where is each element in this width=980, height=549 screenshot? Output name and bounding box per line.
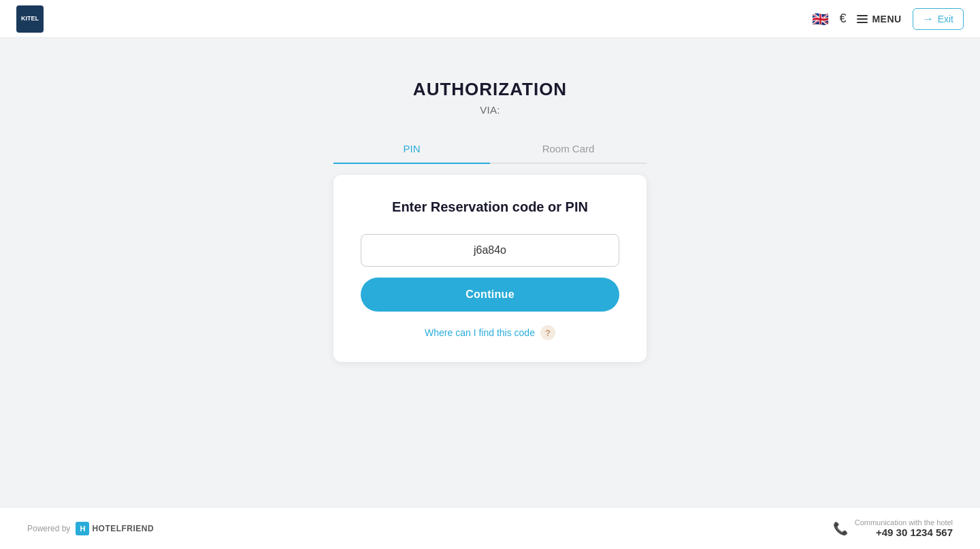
- auth-card: Enter Reservation code or PIN Continue W…: [333, 175, 647, 362]
- menu-icon: [857, 15, 868, 23]
- powered-by: Powered by H HOTELFRIEND: [27, 522, 154, 535]
- contact-label: Communication with the hotel: [855, 518, 953, 527]
- menu-button[interactable]: MENU: [857, 14, 901, 24]
- logo[interactable]: KITEL: [16, 5, 44, 33]
- card-heading: Enter Reservation code or PIN: [361, 199, 619, 215]
- footer-contact: 📞 Communication with the hotel +49 30 12…: [833, 518, 953, 538]
- contact-phone: +49 30 1234 567: [855, 527, 953, 538]
- find-code-link[interactable]: Where can I find this code ?: [361, 325, 619, 340]
- continue-button[interactable]: Continue: [361, 278, 619, 312]
- hotelfriend-name: HOTELFRIEND: [92, 524, 154, 533]
- phone-icon: 📞: [833, 521, 848, 536]
- tab-room-card[interactable]: Room Card: [490, 136, 647, 164]
- header-left: KITEL: [16, 5, 44, 33]
- page-subtitle: VIA:: [480, 104, 500, 116]
- main-content: AUTHORIZATION VIA: PIN Room Card Enter R…: [0, 38, 980, 507]
- footer: Powered by H HOTELFRIEND 📞 Communication…: [0, 507, 980, 549]
- hotelfriend-icon: H: [76, 522, 89, 535]
- currency-button[interactable]: €: [839, 12, 846, 26]
- language-flag-icon[interactable]: 🇬🇧: [812, 14, 828, 24]
- header: KITEL 🇬🇧 € MENU → Exit: [0, 0, 980, 38]
- exit-button[interactable]: → Exit: [913, 8, 964, 30]
- auth-tabs: PIN Room Card: [333, 136, 647, 164]
- header-right: 🇬🇧 € MENU → Exit: [812, 8, 964, 30]
- hotelfriend-logo: H HOTELFRIEND: [76, 522, 154, 535]
- contact-info: Communication with the hotel +49 30 1234…: [855, 518, 953, 538]
- exit-arrow-icon: →: [923, 13, 934, 25]
- tab-pin[interactable]: PIN: [333, 136, 490, 164]
- help-icon: ?: [540, 325, 555, 340]
- reservation-code-input[interactable]: [361, 234, 619, 267]
- page-title: AUTHORIZATION: [413, 79, 567, 100]
